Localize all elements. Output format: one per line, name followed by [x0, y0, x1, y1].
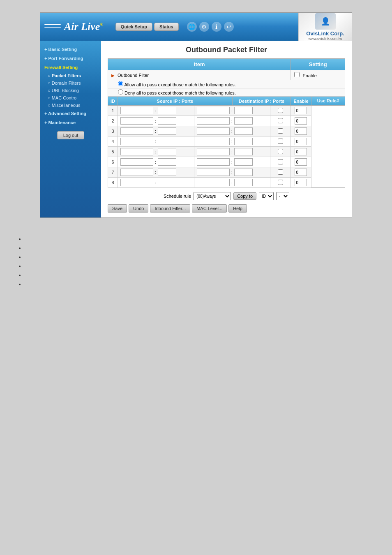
radio-deny-all[interactable]: [118, 89, 123, 95]
row-7-dst-ip[interactable]: [197, 169, 230, 176]
item-header: Item: [108, 59, 291, 70]
copy-to-button[interactable]: Copy to: [233, 192, 256, 200]
sidebar-item-maintenance[interactable]: + Maintenance: [40, 118, 101, 127]
row-6-src-port[interactable]: [158, 158, 176, 166]
row-3-src-ip[interactable]: [120, 127, 153, 135]
row-3-rule-input[interactable]: [295, 127, 307, 135]
row-1-src-port[interactable]: [158, 107, 176, 114]
row-5-dst: :: [194, 147, 270, 157]
row-7-src-port[interactable]: [158, 169, 176, 176]
back-icon[interactable]: ↩: [224, 22, 234, 32]
bullet-list: [8, 230, 384, 293]
row-4-dst-port[interactable]: [234, 138, 253, 145]
row-8-src-ip[interactable]: [120, 179, 153, 186]
save-button[interactable]: Save: [108, 204, 127, 213]
sidebar-item-miscellaneous[interactable]: ○ Miscellaneous: [40, 102, 101, 109]
enable-col-header: Enable: [291, 97, 311, 106]
quick-setup-button[interactable]: Quick Setup: [115, 23, 152, 31]
sidebar-item-packet-filters[interactable]: ○ Packet Filters: [40, 72, 101, 79]
row-8-dst-ip[interactable]: [197, 179, 230, 186]
schedule-label: Schedule rule: [164, 194, 191, 199]
row-5-dst-port[interactable]: [234, 148, 253, 155]
row-4-rule-input[interactable]: [295, 138, 307, 145]
row-2-src-port[interactable]: [158, 117, 176, 125]
sidebar-item-url-blocking[interactable]: ○ URL Blocking: [40, 87, 101, 94]
copy-direction-select[interactable]: - +: [276, 192, 289, 200]
row-5-dst-ip[interactable]: [197, 148, 230, 155]
row-5-rule-input[interactable]: [295, 148, 307, 155]
sidebar-item-advanced-setting[interactable]: + Advanced Setting: [40, 109, 101, 118]
table-row: 4 : :: [108, 136, 345, 147]
row-8-enable-checkbox[interactable]: [278, 180, 283, 185]
row-4-enable-checkbox[interactable]: [278, 139, 283, 144]
row-5-enable-checkbox[interactable]: [278, 149, 283, 154]
row-1-rule-input[interactable]: [295, 107, 307, 114]
row-7-rule-input[interactable]: [295, 169, 307, 176]
row-8-enable: [270, 178, 291, 188]
row-3-src-port[interactable]: [158, 127, 176, 135]
logout-button[interactable]: Log out: [57, 131, 85, 139]
row-8-src-port[interactable]: [158, 179, 176, 186]
row-6-enable-checkbox[interactable]: [278, 159, 283, 164]
globe-icon[interactable]: 🌐: [187, 22, 197, 32]
sidebar-item-basic-setting[interactable]: + Basic Setting: [40, 45, 101, 54]
schedule-select[interactable]: (00)Aways (01)Always (02)Weekdays: [194, 192, 231, 200]
inbound-filter-button[interactable]: Inbound Filter...: [150, 204, 190, 213]
row-4-src: :: [118, 136, 194, 147]
row-6-rule-input[interactable]: [295, 158, 307, 166]
row-6-src-ip[interactable]: [120, 158, 153, 166]
row-2-enable: [270, 116, 291, 126]
radio-allow-all[interactable]: [118, 81, 123, 86]
row-2-dst-ip[interactable]: [197, 117, 230, 125]
row-2-src-ip[interactable]: [120, 117, 153, 125]
row-5-src-port[interactable]: [158, 148, 176, 155]
sidebar-item-port-forwarding[interactable]: + Port Forwarding: [40, 54, 101, 63]
table-row: 3 : :: [108, 126, 345, 136]
row-5-src-ip[interactable]: [120, 148, 153, 155]
outbound-filter-label: Outbound Filter: [118, 73, 149, 78]
row-8-rule-input[interactable]: [295, 179, 307, 186]
row-4-src-ip[interactable]: [120, 138, 153, 145]
row-2-id: 2: [108, 116, 118, 126]
logo-text: Air Live®: [64, 21, 103, 33]
row-1-dst-colon: :: [231, 108, 233, 113]
sidebar-item-mac-control[interactable]: ○ MAC Control: [40, 94, 101, 102]
radio-allow-label: Allow all to pass except those match the…: [124, 82, 235, 87]
row-8-dst-port[interactable]: [234, 179, 253, 186]
row-5-id: 5: [108, 147, 118, 157]
row-6-dst: :: [194, 157, 270, 167]
row-3-dst-port[interactable]: [234, 127, 253, 135]
row-1-src-ip[interactable]: [120, 107, 153, 114]
row-1-dst-ip[interactable]: [197, 107, 230, 114]
status-button[interactable]: Status: [154, 23, 179, 31]
row-6-dst-port[interactable]: [234, 158, 253, 166]
row-5-rule: [291, 147, 311, 157]
outbound-enable-checkbox[interactable]: [294, 72, 300, 77]
row-6-dst-ip[interactable]: [197, 158, 230, 166]
row-3-enable-checkbox[interactable]: [278, 128, 283, 134]
row-7-src-ip[interactable]: [120, 169, 153, 176]
row-1-dst-port[interactable]: [234, 107, 253, 114]
row-2-dst: :: [194, 116, 270, 126]
info-icon[interactable]: ℹ: [212, 22, 221, 32]
sidebar-item-domain-filters[interactable]: ○ Domain Filters: [40, 79, 101, 87]
undo-button[interactable]: Undo: [129, 204, 148, 213]
mac-level-button[interactable]: MAC Level...: [192, 204, 227, 213]
copy-to-id-select[interactable]: ID 1 2: [259, 192, 274, 200]
row-1-enable: [270, 106, 291, 116]
row-4-src-port[interactable]: [158, 138, 176, 145]
sidebar-item-firewall-setting[interactable]: Firewall Setting: [40, 63, 101, 72]
row-3-dst-ip[interactable]: [197, 127, 230, 135]
row-2-dst-port[interactable]: [234, 117, 253, 125]
row-2-enable-checkbox[interactable]: [278, 118, 283, 123]
row-2-rule-input[interactable]: [295, 117, 307, 125]
settings-icon[interactable]: ⚙: [199, 22, 209, 32]
main-layout: + Basic Setting + Port Forwarding Firewa…: [40, 41, 352, 217]
radio-option-1-cell: Allow all to pass except those match the…: [108, 80, 345, 88]
row-4-dst-ip[interactable]: [197, 138, 230, 145]
row-7-dst-port[interactable]: [234, 169, 253, 176]
filter-table: Item Setting ▶ Outbound Filter Enable: [108, 58, 345, 188]
row-7-enable-checkbox[interactable]: [278, 169, 283, 175]
help-button[interactable]: Help: [228, 204, 247, 213]
row-1-enable-checkbox[interactable]: [278, 108, 283, 113]
